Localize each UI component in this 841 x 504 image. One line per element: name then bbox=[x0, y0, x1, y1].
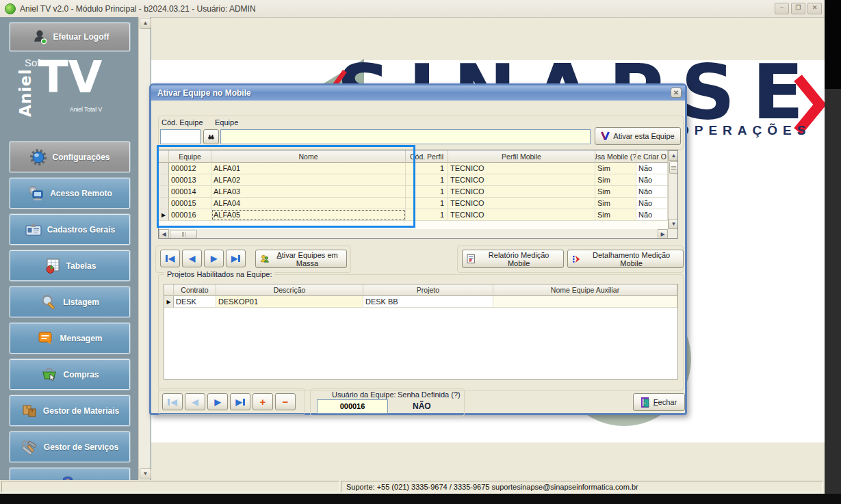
minimize-button-icon[interactable]: – bbox=[775, 3, 789, 14]
cell[interactable]: DESKOP01 bbox=[216, 296, 363, 308]
sidebar-item-label: Gestor de Serviços bbox=[44, 442, 118, 452]
report-button[interactable]: # Relatório Medição Mobile bbox=[462, 250, 564, 268]
message-icon bbox=[37, 330, 55, 347]
desktop-screen: Aniel TV v2.0 - Módulo Principal - b2024… bbox=[0, 0, 841, 504]
hscroll-thumb[interactable] bbox=[170, 230, 197, 239]
teams-nav-last-button[interactable]: ▶ bbox=[226, 250, 246, 267]
status-panel-support: Suporte: +55 (021) 3335-9674 / 3335-9675… bbox=[341, 481, 823, 492]
screen-edge-right-top bbox=[825, 0, 841, 89]
sidebar-item-configura-es[interactable]: Configurações bbox=[10, 142, 130, 172]
activate-team-button[interactable]: Ativar esta Equipe bbox=[595, 127, 681, 145]
scroll-up-icon[interactable]: ▲ bbox=[140, 18, 151, 29]
cell[interactable]: DESK BB bbox=[363, 296, 493, 308]
footer-nav-last-button[interactable]: ▶ bbox=[230, 393, 250, 410]
tools-icon bbox=[21, 438, 39, 456]
scroll-down-icon[interactable]: ▼ bbox=[140, 468, 151, 479]
cell[interactable]: Não bbox=[636, 186, 668, 198]
footer-nav-next-button[interactable]: ▶ bbox=[207, 393, 228, 410]
teams-nav-prev-button[interactable]: ◀ bbox=[182, 250, 202, 267]
scroll-down-icon[interactable]: ▼ bbox=[669, 219, 678, 229]
equipe-label: Equipe bbox=[215, 118, 238, 127]
cell[interactable]: DESK bbox=[174, 296, 216, 308]
cod-equipe-input[interactable] bbox=[160, 129, 200, 144]
cell[interactable]: TECNICO bbox=[448, 198, 595, 209]
table-row[interactable]: ▶DESKDESKOP01DESK BB bbox=[164, 296, 677, 308]
column-header[interactable]: Usa Mobile (?) bbox=[595, 150, 636, 163]
restore-button-icon[interactable]: ❐ bbox=[791, 3, 805, 14]
close-dialog-button[interactable]: Fechar bbox=[633, 393, 685, 411]
footer-nav-first-button[interactable]: ◀ bbox=[162, 393, 183, 410]
column-header[interactable]: Perfil Mobile bbox=[448, 150, 595, 163]
cell[interactable]: Sim bbox=[595, 174, 636, 186]
scroll-right-icon[interactable]: ▶ bbox=[658, 229, 668, 239]
column-header[interactable]: Descrição bbox=[216, 284, 363, 296]
column-header[interactable]: e Criar O bbox=[636, 150, 668, 163]
status-bar: Suporte: +55 (021) 3335-9674 / 3335-9675… bbox=[0, 480, 825, 494]
sidebar-item-label: Configurações bbox=[52, 152, 109, 162]
vscroll-thumb[interactable] bbox=[669, 161, 678, 174]
sidebar: Efetuar Logoff Software Aniel TV Aniel T… bbox=[0, 17, 151, 480]
projects-header-row[interactable]: ContratoDescriçãoProjetoNome Equipe Auxi… bbox=[164, 284, 677, 296]
sidebar-item-compras[interactable]: Compras bbox=[10, 359, 130, 390]
cell[interactable]: TECNICO bbox=[448, 209, 595, 221]
status-panel-left bbox=[1, 481, 339, 492]
row-indicator: ▶ bbox=[164, 296, 174, 308]
v-check-icon bbox=[601, 131, 610, 141]
window-controls: – ❐ ✕ bbox=[775, 3, 822, 14]
cell[interactable]: TECNICO bbox=[448, 163, 595, 174]
logo-subtitle: Aniel Total V bbox=[70, 106, 102, 113]
detail-arrows-icon bbox=[572, 254, 580, 264]
app-icon bbox=[5, 3, 16, 14]
cell[interactable]: Sim bbox=[595, 163, 636, 174]
cell[interactable]: Sim bbox=[595, 186, 636, 198]
equipe-input[interactable] bbox=[220, 129, 591, 144]
sidebar-item-acesso-remoto[interactable]: Acesso Remoto bbox=[10, 178, 130, 209]
projects-table[interactable]: ContratoDescriçãoProjetoNome Equipe Auxi… bbox=[164, 284, 678, 380]
teams-nav-next-button[interactable]: ▶ bbox=[204, 250, 224, 267]
close-button-icon[interactable]: ✕ bbox=[807, 3, 822, 14]
dialog-close-icon[interactable]: ✕ bbox=[671, 88, 682, 98]
footer-nav-remove-button[interactable]: − bbox=[275, 393, 296, 410]
footer-nav-prev-button[interactable]: ◀ bbox=[185, 393, 205, 410]
detail-button[interactable]: Detalhamento Medição Mobile bbox=[567, 250, 684, 268]
cell[interactable]: Não bbox=[636, 198, 668, 209]
boxes-icon bbox=[21, 402, 38, 420]
cell[interactable]: Não bbox=[636, 209, 668, 221]
column-header[interactable]: Nome Equipe Auxiliar bbox=[493, 284, 677, 296]
sidebar-item-tabelas[interactable]: Tabelas bbox=[10, 250, 130, 281]
footer-nav-add-button[interactable]: + bbox=[253, 393, 273, 410]
sidebar-item-mensagem[interactable]: Mensagem bbox=[10, 323, 130, 354]
table-chart-icon bbox=[44, 257, 62, 275]
cell[interactable]: TECNICO bbox=[448, 186, 595, 198]
app-titlebar: Aniel TV v2.0 - Módulo Principal - b2024… bbox=[0, 0, 841, 18]
column-header[interactable]: Contrato bbox=[174, 284, 216, 296]
cell[interactable]: Não bbox=[636, 163, 668, 174]
search-binoculars-button[interactable] bbox=[203, 129, 219, 144]
cell[interactable]: Sim bbox=[595, 198, 636, 209]
mass-activate-button[interactable]: Ativar Equipes em Massa bbox=[255, 250, 347, 268]
logoff-button[interactable]: Efetuar Logoff bbox=[10, 23, 130, 51]
sidebar-item-listagem[interactable]: Listagem bbox=[10, 287, 130, 317]
teams-hscrollbar[interactable]: ◀ ▶ bbox=[159, 229, 668, 239]
cell[interactable]: TECNICO bbox=[448, 174, 595, 186]
report-doc-icon: # bbox=[467, 254, 475, 264]
sidebar-item-cadastros-gerais[interactable]: Cadastros Gerais bbox=[10, 214, 130, 245]
dialog-titlebar[interactable]: Ativar Equipe no Mobile bbox=[151, 85, 685, 101]
cart-icon bbox=[40, 366, 58, 384]
scroll-up-icon[interactable]: ▲ bbox=[669, 150, 678, 161]
sidebar-item-gestor-de-servi-os[interactable]: Gestor de Serviços bbox=[10, 432, 130, 462]
teams-nav-first-button[interactable]: ◀ bbox=[160, 250, 180, 267]
sidebar-item-partial[interactable] bbox=[10, 468, 130, 480]
sidebar-item-gestor-de-materiais[interactable]: Gestor de Materiais bbox=[10, 395, 130, 426]
teams-vscrollbar[interactable]: ▲ ▼ bbox=[668, 150, 678, 229]
logoff-label: Efetuar Logoff bbox=[53, 32, 109, 42]
cell[interactable] bbox=[493, 296, 677, 308]
column-header[interactable]: Projeto bbox=[363, 284, 493, 296]
support-text: Suporte: +55 (021) 3335-9674 / 3335-9675… bbox=[346, 483, 638, 491]
search-pencil-icon bbox=[40, 293, 58, 311]
sidebar-item-label: Compras bbox=[63, 370, 99, 380]
cell[interactable]: Não bbox=[636, 174, 668, 186]
cell[interactable]: Sim bbox=[595, 209, 636, 221]
user-value-field[interactable]: 000016 bbox=[317, 399, 388, 414]
scroll-left-icon[interactable]: ◀ bbox=[159, 229, 169, 239]
